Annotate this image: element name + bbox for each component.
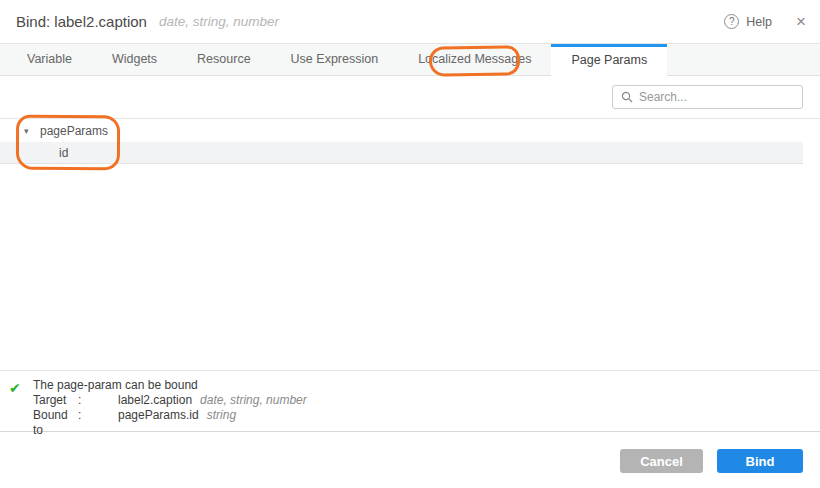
status-target-hint: date, string, number bbox=[200, 393, 307, 408]
dialog-title: Bind: label2.caption bbox=[16, 13, 147, 30]
close-icon[interactable]: × bbox=[796, 13, 806, 30]
status-boundto-hint: string bbox=[207, 408, 236, 423]
tree-node-label: pageParams bbox=[40, 124, 108, 138]
cancel-button[interactable]: Cancel bbox=[620, 449, 703, 473]
search-icon bbox=[621, 91, 633, 103]
dialog-subtitle: date, string, number bbox=[159, 14, 279, 29]
success-check-icon: ✔ bbox=[9, 380, 21, 396]
status-colon: : bbox=[78, 393, 118, 408]
tab-variable[interactable]: Variable bbox=[7, 44, 92, 75]
status-target-value: label2.caption bbox=[118, 393, 192, 408]
tree-area: ▾ pageParams id bbox=[0, 119, 820, 370]
status-boundto-row: Bound to : pageParams.id string bbox=[33, 408, 820, 423]
tab-page-params[interactable]: Page Params bbox=[551, 44, 667, 76]
status-target-row: Target : label2.caption date, string, nu… bbox=[33, 393, 820, 408]
status-target-label: Target bbox=[33, 393, 78, 408]
tab-bar: Variable Widgets Resource Use Expression… bbox=[0, 44, 820, 76]
search-input[interactable] bbox=[639, 90, 794, 104]
tab-widgets[interactable]: Widgets bbox=[92, 44, 177, 75]
tab-resource[interactable]: Resource bbox=[177, 44, 271, 75]
bind-button[interactable]: Bind bbox=[717, 449, 803, 473]
status-boundto-value: pageParams.id bbox=[118, 408, 199, 423]
help-icon: ? bbox=[724, 14, 739, 29]
status-message: The page-param can be bound bbox=[33, 378, 820, 393]
dialog-footer: Cancel Bind bbox=[0, 431, 820, 488]
chevron-down-icon[interactable]: ▾ bbox=[24, 126, 34, 136]
status-colon: : bbox=[78, 408, 118, 423]
help-label: Help bbox=[746, 15, 772, 29]
bind-dialog: Bind: label2.caption date, string, numbe… bbox=[0, 0, 820, 488]
tab-use-expression[interactable]: Use Expression bbox=[271, 44, 399, 75]
tab-localized-messages[interactable]: Localized Messages bbox=[398, 44, 551, 75]
tree-node-pageparams[interactable]: ▾ pageParams bbox=[0, 119, 803, 142]
search-box[interactable] bbox=[612, 85, 803, 109]
search-toolbar bbox=[0, 76, 820, 119]
help-button[interactable]: ? Help bbox=[724, 14, 772, 29]
status-boundto-label: Bound to bbox=[33, 408, 78, 423]
page-params-tree: ▾ pageParams id bbox=[0, 119, 803, 164]
tree-node-label: id bbox=[59, 146, 68, 160]
tree-node-id[interactable]: id bbox=[0, 142, 803, 164]
bind-status-panel: ✔ The page-param can be bound Target : l… bbox=[0, 370, 820, 431]
dialog-header: Bind: label2.caption date, string, numbe… bbox=[0, 0, 820, 44]
